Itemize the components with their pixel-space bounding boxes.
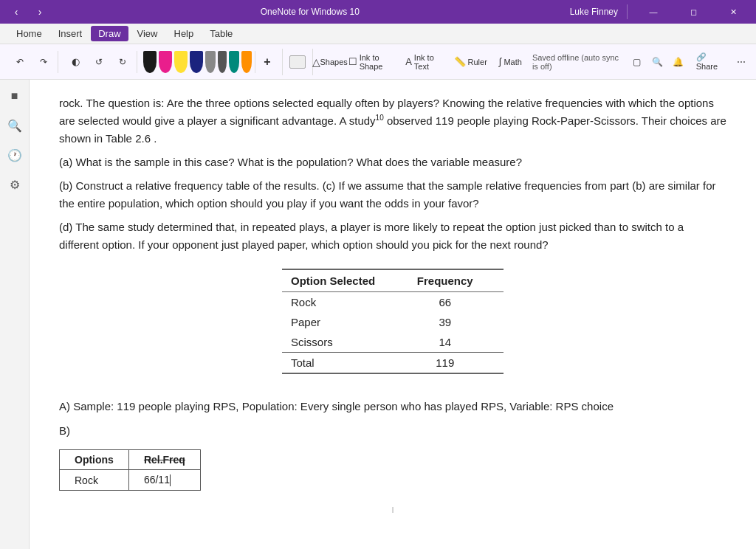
back-button[interactable]: ‹ bbox=[6, 1, 27, 22]
notebook-icon-btn[interactable]: ▢ bbox=[628, 51, 646, 73]
total-label: Total bbox=[282, 353, 408, 374]
pen-gray1[interactable] bbox=[205, 51, 216, 73]
close-button[interactable]: ✕ bbox=[716, 0, 750, 24]
text-cursor bbox=[170, 474, 171, 486]
user-name-label: Luke Finney bbox=[570, 7, 618, 17]
freq-paper: 39 bbox=[408, 312, 504, 332]
table-row: Scissors 14 bbox=[282, 332, 504, 353]
menu-draw[interactable]: Draw bbox=[91, 26, 128, 41]
option-paper: Paper bbox=[282, 312, 408, 332]
eraser-icon bbox=[289, 55, 306, 69]
answer-a: A) Sample: 119 people playing RPS, Popul… bbox=[59, 396, 726, 416]
pen-gray2[interactable] bbox=[218, 51, 227, 73]
table-container: Option Selected Frequency Rock 66 Paper … bbox=[59, 269, 726, 374]
undo-button[interactable]: ↶ bbox=[9, 51, 31, 73]
sidebar-recent-icon[interactable]: 🕐 bbox=[4, 145, 25, 165]
separator bbox=[627, 4, 628, 19]
menu-table[interactable]: Table bbox=[202, 26, 240, 41]
search-btn[interactable]: 🔍 bbox=[649, 51, 667, 73]
ink-to-text-button[interactable]: A Ink to Text bbox=[401, 51, 446, 73]
second-col1-header: Options bbox=[60, 450, 129, 470]
question-a-text: (a) What is the sample in this case? Wha… bbox=[59, 156, 522, 168]
math-label: Math bbox=[504, 58, 521, 66]
second-table-row: Rock 66/11 bbox=[60, 470, 201, 491]
menu-home[interactable]: Home bbox=[9, 26, 49, 41]
selection-group: ◐ ↺ ↻ bbox=[61, 51, 137, 73]
menu-view[interactable]: View bbox=[130, 26, 165, 41]
lasso-button[interactable]: ◐ bbox=[64, 51, 86, 73]
ink-to-shape-button[interactable]: ☐ Ink to Shape bbox=[344, 51, 399, 73]
rotate-right-button[interactable]: ↻ bbox=[111, 51, 134, 73]
app-name-label: OneNote for Windows 10 bbox=[261, 7, 360, 17]
shapes-button[interactable]: △ Shapes bbox=[319, 51, 341, 73]
toolbar-sep1 bbox=[282, 49, 283, 75]
sidebar-notebooks-icon[interactable]: ■ bbox=[4, 86, 25, 106]
sidebar: ■ 🔍 🕐 ⚙ bbox=[0, 80, 30, 549]
pen-yellow[interactable] bbox=[174, 51, 188, 73]
eraser-button[interactable] bbox=[289, 51, 306, 73]
share-btn[interactable]: 🔗 Share bbox=[690, 51, 729, 73]
add-pen-button[interactable]: + bbox=[258, 51, 276, 73]
cursor-char: I bbox=[391, 505, 394, 514]
second-table-header-row: Options Rel.Freq bbox=[60, 450, 201, 470]
second-value-rock: 66/11 bbox=[128, 470, 200, 491]
freq-scissors: 14 bbox=[408, 332, 504, 353]
menu-help[interactable]: Help bbox=[167, 26, 202, 41]
ruler-button[interactable]: 📏 Ruler bbox=[450, 51, 492, 73]
sidebar-search-icon[interactable]: 🔍 bbox=[4, 115, 25, 136]
frequency-table: Option Selected Frequency Rock 66 Paper … bbox=[282, 269, 504, 374]
rotate-left-button[interactable]: ↺ bbox=[88, 51, 110, 73]
second-col2-header: Rel.Freq bbox=[128, 450, 200, 470]
pen-pink[interactable] bbox=[159, 51, 172, 73]
title-bar: ‹ › OneNote for Windows 10 Luke Finney —… bbox=[0, 0, 756, 24]
ink-to-text-label: Ink to Text bbox=[414, 53, 442, 71]
maximize-button[interactable]: ◻ bbox=[676, 0, 710, 24]
title-bar-left: ‹ › bbox=[6, 1, 50, 22]
pen-orange[interactable] bbox=[241, 51, 252, 73]
table-header-row: Option Selected Frequency bbox=[282, 269, 504, 292]
answer-b-label: B) bbox=[59, 421, 726, 441]
app-title: OneNote for Windows 10 bbox=[50, 7, 570, 17]
paragraph1: rock. The question is: Are the three opt… bbox=[59, 94, 726, 148]
ruler-label: Ruler bbox=[468, 58, 487, 66]
pen-teal[interactable] bbox=[229, 51, 239, 73]
question-b-text: (b) Construct a relative frequency table… bbox=[59, 179, 716, 210]
title-bar-right: Luke Finney — ◻ ✕ bbox=[570, 0, 750, 24]
pens-group bbox=[140, 51, 255, 73]
answer-b-text: B) bbox=[59, 424, 70, 437]
question-d: (d) The same study determined that, in r… bbox=[59, 218, 726, 254]
more-btn[interactable]: ⋯ bbox=[732, 51, 750, 73]
sidebar-settings-icon[interactable]: ⚙ bbox=[4, 174, 25, 195]
menu-insert[interactable]: Insert bbox=[51, 26, 90, 41]
cursor-indicator: I bbox=[59, 505, 726, 514]
rock-rel-freq: 66/11 bbox=[144, 474, 170, 486]
redo-button[interactable]: ↷ bbox=[32, 51, 55, 73]
minimize-button[interactable]: — bbox=[636, 0, 670, 24]
menu-bar: Home Insert Draw View Help Table bbox=[0, 24, 756, 44]
col2-header: Frequency bbox=[408, 269, 504, 292]
forward-button[interactable]: › bbox=[30, 1, 50, 22]
option-scissors: Scissors bbox=[282, 332, 408, 353]
second-table: Options Rel.Freq Rock 66/11 bbox=[59, 449, 201, 491]
main-content: rock. The question is: Are the three opt… bbox=[30, 80, 756, 549]
total-value: 119 bbox=[408, 353, 504, 374]
saved-status: Saved offline (auto sync is off) bbox=[532, 53, 619, 71]
table-row: Paper 39 bbox=[282, 312, 504, 332]
rel-freq-label: Rel.Freq bbox=[144, 454, 185, 466]
col1-header: Option Selected bbox=[282, 269, 408, 292]
table-row: Rock 66 bbox=[282, 292, 504, 313]
superscript-10: 10 bbox=[376, 114, 384, 122]
notification-btn[interactable]: 🔔 bbox=[670, 51, 687, 73]
pen-black[interactable] bbox=[143, 51, 157, 73]
total-row: Total 119 bbox=[282, 353, 504, 374]
question-a: (a) What is the sample in this case? Wha… bbox=[59, 153, 726, 171]
toolbar: ↶ ↷ ◐ ↺ ↻ + △ Shapes ☐ Ink to Shape A In… bbox=[0, 44, 756, 80]
undo-redo-group: ↶ ↷ bbox=[6, 51, 58, 73]
freq-rock: 66 bbox=[408, 292, 504, 313]
question-d-text: (d) The same study determined that, in r… bbox=[59, 221, 684, 251]
ink-to-shape-label: Ink to Shape bbox=[360, 53, 394, 71]
question-b: (b) Construct a relative frequency table… bbox=[59, 177, 726, 213]
math-button[interactable]: ∫ Math bbox=[495, 51, 526, 73]
pen-darkblue[interactable] bbox=[190, 51, 203, 73]
answer-a-text: A) Sample: 119 people playing RPS, Popul… bbox=[59, 400, 614, 412]
